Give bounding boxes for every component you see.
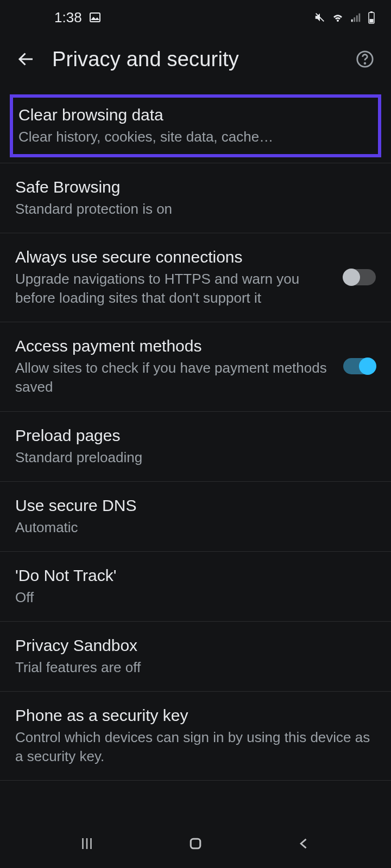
setting-subtitle: Standard preloading bbox=[15, 448, 376, 467]
chevron-left-icon bbox=[297, 836, 312, 851]
setting-text: Phone as a security key Control which de… bbox=[15, 705, 376, 766]
setting-privacy-sandbox[interactable]: Privacy Sandbox Trial features are off bbox=[0, 622, 391, 692]
setting-text: Always use secure connections Upgrade na… bbox=[15, 246, 332, 308]
svg-rect-4 bbox=[356, 15, 358, 22]
setting-title: 'Do Not Track' bbox=[15, 565, 376, 586]
status-right bbox=[314, 11, 376, 24]
signal-icon bbox=[350, 11, 362, 23]
setting-title: Safe Browsing bbox=[15, 176, 376, 197]
page-title: Privacy and security bbox=[52, 48, 339, 71]
setting-payment-methods[interactable]: Access payment methods Allow sites to ch… bbox=[0, 322, 391, 411]
setting-title: Clear browsing data bbox=[18, 104, 373, 125]
svg-rect-7 bbox=[370, 11, 373, 13]
setting-do-not-track[interactable]: 'Do Not Track' Off bbox=[0, 552, 391, 622]
wifi-icon bbox=[331, 11, 344, 24]
arrow-left-icon bbox=[16, 49, 36, 69]
svg-rect-3 bbox=[354, 17, 355, 22]
picture-icon bbox=[89, 11, 102, 24]
setting-subtitle: Allow sites to check if you have payment… bbox=[15, 359, 332, 397]
setting-title: Use secure DNS bbox=[15, 495, 376, 516]
help-button[interactable] bbox=[352, 46, 378, 72]
recents-button[interactable] bbox=[65, 827, 109, 860]
nav-back-button[interactable] bbox=[282, 827, 326, 860]
setting-text: Clear browsing data Clear history, cooki… bbox=[18, 104, 373, 146]
help-icon bbox=[356, 50, 374, 68]
status-left: 1:38 bbox=[54, 9, 102, 26]
setting-subtitle: Automatic bbox=[15, 518, 376, 537]
setting-text: Safe Browsing Standard protection is on bbox=[15, 176, 376, 219]
back-button[interactable] bbox=[13, 46, 39, 72]
highlight-box: Clear browsing data Clear history, cooki… bbox=[10, 94, 381, 157]
app-bar: Privacy and security bbox=[0, 35, 391, 84]
setting-clear-browsing-data[interactable]: Clear browsing data Clear history, cooki… bbox=[13, 100, 378, 151]
nav-bar bbox=[0, 819, 391, 868]
home-button[interactable] bbox=[174, 827, 217, 860]
setting-subtitle: Trial features are off bbox=[15, 658, 376, 677]
svg-rect-2 bbox=[351, 20, 353, 22]
toggle-payment-methods[interactable] bbox=[343, 358, 376, 374]
setting-text: Privacy Sandbox Trial features are off bbox=[15, 635, 376, 677]
home-icon bbox=[187, 835, 204, 852]
settings-list: Clear browsing data Clear history, cooki… bbox=[0, 84, 391, 781]
setting-text: Preload pages Standard preloading bbox=[15, 425, 376, 467]
setting-subtitle: Clear history, cookies, site data, cache… bbox=[18, 127, 373, 146]
setting-title: Privacy Sandbox bbox=[15, 635, 376, 656]
svg-point-11 bbox=[364, 63, 365, 64]
toggle-knob bbox=[359, 358, 376, 375]
setting-phone-security-key[interactable]: Phone as a security key Control which de… bbox=[0, 692, 391, 781]
setting-subtitle: Standard protection is on bbox=[15, 200, 376, 219]
setting-title: Access payment methods bbox=[15, 335, 332, 356]
toggle-knob bbox=[343, 269, 360, 286]
setting-title: Phone as a security key bbox=[15, 705, 376, 726]
setting-secure-connections[interactable]: Always use secure connections Upgrade na… bbox=[0, 233, 391, 322]
svg-rect-8 bbox=[370, 19, 374, 23]
setting-subtitle: Off bbox=[15, 588, 376, 607]
battery-icon bbox=[367, 11, 376, 24]
setting-text: Use secure DNS Automatic bbox=[15, 495, 376, 537]
toggle-secure-connections[interactable] bbox=[343, 269, 376, 285]
setting-subtitle: Control which devices can sign in by usi… bbox=[15, 728, 376, 766]
mute-icon bbox=[314, 11, 326, 23]
setting-text: Access payment methods Allow sites to ch… bbox=[15, 335, 332, 397]
setting-subtitle: Upgrade navigations to HTTPS and warn yo… bbox=[15, 270, 332, 308]
setting-title: Always use secure connections bbox=[15, 246, 332, 267]
svg-rect-15 bbox=[191, 839, 200, 848]
setting-title: Preload pages bbox=[15, 425, 376, 446]
status-bar: 1:38 bbox=[0, 0, 391, 35]
svg-rect-0 bbox=[90, 13, 100, 22]
setting-preload-pages[interactable]: Preload pages Standard preloading bbox=[0, 412, 391, 482]
status-time: 1:38 bbox=[54, 9, 82, 26]
setting-safe-browsing[interactable]: Safe Browsing Standard protection is on bbox=[0, 163, 391, 233]
setting-text: 'Do Not Track' Off bbox=[15, 565, 376, 607]
svg-rect-5 bbox=[359, 14, 361, 22]
setting-secure-dns[interactable]: Use secure DNS Automatic bbox=[0, 482, 391, 552]
recents-icon bbox=[79, 835, 95, 852]
